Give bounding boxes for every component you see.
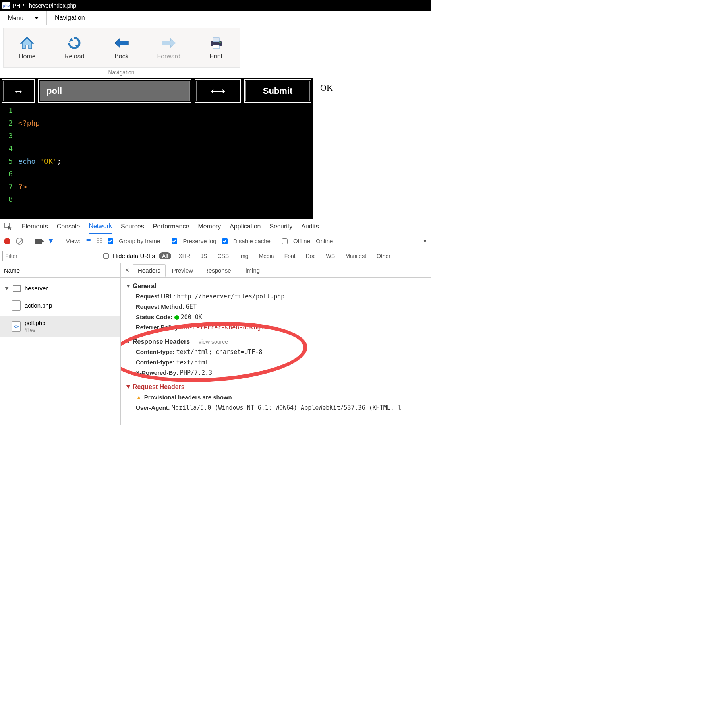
window-title: PHP - heserver/index.php xyxy=(13,2,76,9)
type-doc[interactable]: Doc xyxy=(303,252,319,259)
menu-button[interactable]: Menu xyxy=(0,11,47,25)
detail-tab-response[interactable]: Response xyxy=(199,265,236,276)
type-ws[interactable]: WS xyxy=(323,252,338,259)
record-button[interactable] xyxy=(4,238,10,244)
reload-label: Reload xyxy=(64,53,85,60)
tree-file-action[interactable]: action.php xyxy=(0,297,120,314)
preserve-log-checkbox[interactable] xyxy=(172,238,177,244)
tab-console[interactable]: Console xyxy=(57,220,80,233)
filter-input[interactable] xyxy=(2,251,99,261)
detail-tab-headers[interactable]: Headers xyxy=(133,264,166,277)
reload-button[interactable]: Reload xyxy=(51,28,98,67)
folder-icon xyxy=(13,285,21,292)
file-title-box[interactable]: poll xyxy=(38,79,191,103)
tab-performance[interactable]: Performance xyxy=(153,220,189,233)
network-toolbar: ▼ View: ≣ ☷ Group by frame Preserve log … xyxy=(0,234,431,248)
type-js[interactable]: JS xyxy=(197,252,210,259)
status-ok-icon xyxy=(174,315,179,320)
code-editor[interactable]: 12345678 <?php echo 'OK'; ?> xyxy=(0,104,313,219)
close-icon[interactable]: × xyxy=(123,266,131,275)
file-title: poll xyxy=(40,81,190,101)
view-tree-icon[interactable]: ☷ xyxy=(97,237,102,245)
view-source-link[interactable]: view source xyxy=(199,337,228,347)
type-font[interactable]: Font xyxy=(281,252,299,259)
tab-memory[interactable]: Memory xyxy=(198,220,221,233)
tree-root[interactable]: heserver xyxy=(0,282,120,295)
forward-label: Forward xyxy=(157,53,180,60)
type-img[interactable]: Img xyxy=(236,252,251,259)
resize-handle-left[interactable]: ↔ xyxy=(2,79,35,103)
forward-button[interactable]: Forward xyxy=(145,28,192,67)
network-body: Name heserver action.php <> poll.php /fi… xyxy=(0,263,431,425)
php-file-icon: php xyxy=(2,2,10,9)
filter-icon[interactable]: ▼ xyxy=(47,237,54,245)
tab-security[interactable]: Security xyxy=(269,220,292,233)
preserve-log-label: Preserve log xyxy=(183,238,216,244)
chevron-down-icon xyxy=(126,385,130,389)
content-type-1: Content-type: text/html; charset=UTF-8 xyxy=(126,347,426,357)
home-label: Home xyxy=(19,53,36,60)
svg-rect-2 xyxy=(213,45,219,49)
divider xyxy=(166,237,166,246)
type-all[interactable]: All xyxy=(159,252,172,259)
resize-handle-mid[interactable]: ⟷ xyxy=(195,79,241,103)
print-button[interactable]: Print xyxy=(192,28,240,67)
screenshot-icon[interactable] xyxy=(35,239,42,244)
view-label: View: xyxy=(66,238,80,244)
view-list-icon[interactable]: ≣ xyxy=(86,237,91,245)
submit-button[interactable]: Submit xyxy=(244,79,311,103)
file-name: poll.php xyxy=(25,319,46,327)
user-agent: User-Agent: Mozilla/5.0 (Windows NT 6.1;… xyxy=(126,403,426,413)
detail-tab-timing[interactable]: Timing xyxy=(238,265,265,276)
forward-arrow-icon xyxy=(161,35,176,50)
type-css[interactable]: CSS xyxy=(214,252,232,259)
home-button[interactable]: Home xyxy=(4,28,51,67)
offline-checkbox[interactable] xyxy=(282,238,288,244)
tab-sources[interactable]: Sources xyxy=(121,220,144,233)
online-label: Online xyxy=(316,238,333,244)
tab-application[interactable]: Application xyxy=(230,220,261,233)
group-by-frame-checkbox[interactable] xyxy=(108,238,113,244)
menu-strip: Menu Navigation xyxy=(0,11,431,25)
hide-data-urls-label: Hide data URLs xyxy=(113,252,155,259)
disable-cache-checkbox[interactable] xyxy=(222,238,228,244)
detail-tabs: × Headers Preview Response Timing xyxy=(121,263,431,278)
request-url: Request URL: http://heserver/files/poll.… xyxy=(126,291,426,302)
tab-network[interactable]: Network xyxy=(89,219,112,234)
svg-rect-1 xyxy=(213,38,219,42)
detail-tab-preview[interactable]: Preview xyxy=(167,265,198,276)
type-xhr[interactable]: XHR xyxy=(175,252,193,259)
tab-elements[interactable]: Elements xyxy=(21,220,48,233)
back-button[interactable]: Back xyxy=(98,28,145,67)
response-headers-title[interactable]: Response Headersview source xyxy=(126,337,426,347)
hide-data-urls-checkbox[interactable] xyxy=(103,253,109,259)
svg-point-3 xyxy=(219,42,221,43)
type-media[interactable]: Media xyxy=(256,252,277,259)
ribbon: Home Reload Back Forward xyxy=(0,25,431,78)
chevron-down-icon xyxy=(126,340,130,343)
general-section: General Request URL: http://heserver/fil… xyxy=(126,281,426,333)
tab-audits[interactable]: Audits xyxy=(301,220,319,233)
request-detail: × Headers Preview Response Timing Genera… xyxy=(121,263,431,425)
file-icon: <> xyxy=(12,321,21,332)
editor-area: ↔ poll ⟷ Submit 12345678 <?php echo 'OK'… xyxy=(0,78,431,219)
general-title[interactable]: General xyxy=(126,281,426,291)
request-headers-title[interactable]: Request Headers xyxy=(126,382,426,392)
clear-button[interactable] xyxy=(16,238,23,245)
tab-navigation[interactable]: Navigation xyxy=(47,11,93,25)
tree-file-poll[interactable]: <> poll.php /files xyxy=(0,316,120,337)
inspect-element-icon[interactable] xyxy=(4,222,13,231)
reload-icon xyxy=(67,35,82,50)
type-manifest[interactable]: Manifest xyxy=(342,252,369,259)
menu-label: Menu xyxy=(8,15,23,22)
more-dropdown-icon[interactable]: ▼ xyxy=(423,238,427,244)
divider xyxy=(29,237,29,246)
type-other[interactable]: Other xyxy=(373,252,394,259)
offline-label: Offline xyxy=(293,238,310,244)
divider xyxy=(60,237,60,246)
file-path: /files xyxy=(25,327,46,334)
window-titlebar: php PHP - heserver/index.php xyxy=(0,0,431,11)
tree-header-name[interactable]: Name xyxy=(0,263,120,278)
warning-icon: ▲ xyxy=(136,394,142,401)
request-headers-section: Request Headers ▲Provisional headers are… xyxy=(126,382,426,413)
